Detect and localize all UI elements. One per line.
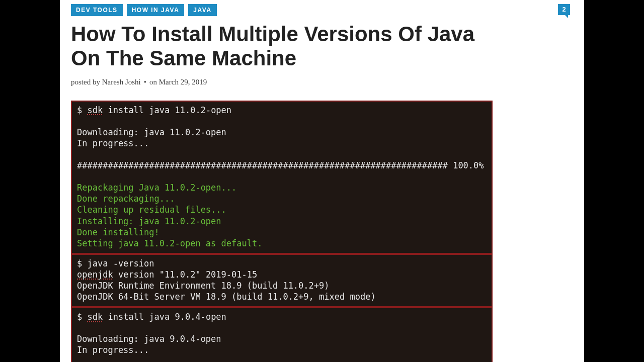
category-link-how-in-java[interactable]: HOW IN JAVA [127,4,185,16]
cmd-args: install java 9.0.4-open [103,312,226,322]
cmd-line: $ java -version [77,258,154,268]
term-line-success: Setting java 11.0.2-open as default. [77,238,262,248]
term-line-success: Cleaning up residual files... [77,205,226,215]
term-line: In progress... [77,345,149,355]
term-line: Downloading: java 11.0.2-open [77,127,226,137]
term-line-success: Installing: java 11.0.2-open [77,216,221,226]
cmd-args: install java 11.0.2-open [103,105,231,115]
term-line-success: Done installing! [77,227,159,237]
posted-by-label: posted by [71,78,102,86]
progress-bar: ########################################… [77,160,484,170]
comment-count-badge[interactable]: 2 [558,4,570,15]
article-title: How To Install Multiple Versions Of Java… [71,22,493,71]
term-line-success: Repackaging Java 11.0.2-open... [77,183,236,193]
meta-separator: • [144,78,146,86]
term-line: version "11.0.2" 2019-01-15 [113,269,258,280]
article-meta: posted by Naresh Joshi•on March 29, 2019 [71,78,493,86]
post-date: March 29, 2019 [159,78,207,86]
terminal-block-3: $ sdk install java 9.0.4-open Downloadin… [71,307,493,362]
category-link-dev-tools[interactable]: DEV TOOLS [71,4,123,16]
category-link-java[interactable]: JAVA [188,4,216,16]
prompt: $ [77,312,87,322]
article-inner: DEV TOOLS HOW IN JAVA JAVA How To Instal… [71,4,493,362]
on-label: on [149,78,159,86]
cmd-keyword: sdk [87,312,103,322]
term-line: In progress... [77,138,149,148]
terminal-block-1: $ sdk install java 11.0.2-open Downloadi… [71,101,493,254]
term-line: OpenJDK 64-Bit Server VM 18.9 (build 11.… [77,292,376,302]
category-row: DEV TOOLS HOW IN JAVA JAVA [71,4,493,16]
author-link[interactable]: Naresh Joshi [102,78,141,86]
term-line: openjdk [77,269,113,280]
term-line: Downloading: java 9.0.4-open [77,334,221,344]
prompt: $ [77,105,87,115]
term-line: OpenJDK Runtime Environment 18.9 (build … [77,281,330,291]
terminal-block-2: $ java -version openjdk version "11.0.2"… [71,254,493,307]
cmd-keyword: sdk [87,105,103,115]
term-line-success: Done repackaging... [77,194,175,204]
article-page: 2 DEV TOOLS HOW IN JAVA JAVA How To Inst… [60,0,584,362]
terminal-screenshot: $ sdk install java 11.0.2-open Downloadi… [71,101,493,362]
